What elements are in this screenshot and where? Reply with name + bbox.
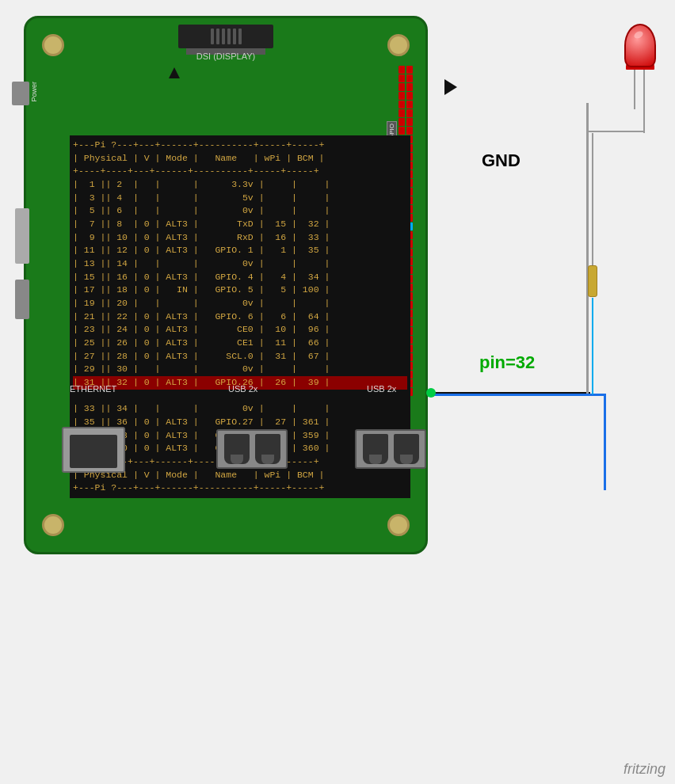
table-row-15: | 29 || 30 | | | 0v | | | — [73, 363, 330, 374]
table-separator: +----+----+---+------+----------+-----+-… — [73, 166, 319, 176]
usb-port-2 — [355, 429, 426, 469]
mount-hole-bl — [42, 514, 64, 536]
power-label: Power — [30, 82, 38, 102]
dsi-notch — [169, 67, 180, 78]
resistor-wire-top — [592, 133, 593, 268]
blue-wire-horizontal — [432, 394, 606, 396]
table-row-4: | 7 || 8 | 0 | ALT3 | TxD | 15 | 32 | — [73, 219, 330, 229]
usb-left2 — [15, 280, 29, 319]
usb-prong-1b — [255, 434, 280, 464]
led-leg-cathode — [634, 70, 635, 109]
table-row-6: | 11 || 12 | 0 | ALT3 | GPIO. 1 | 1 | 35… — [73, 245, 330, 255]
led-leg-anode — [643, 70, 645, 133]
table-row-2: | 3 || 4 | | | 5v | | | — [73, 192, 330, 203]
usb-port-1 — [216, 429, 288, 469]
table-row-10: | 19 || 20 | | | 0v | | | — [73, 298, 330, 308]
power-connector — [12, 82, 29, 105]
ethernet-label: ETHERNET — [70, 384, 116, 394]
ethernet-port-inner — [70, 435, 117, 468]
gnd-wire-vertical — [586, 103, 589, 394]
table-row-3: | 5 || 6 | | | 0v | | | — [73, 205, 330, 215]
pin32-label: pin=32 — [479, 352, 535, 373]
usb-label-2: USB 2x — [367, 384, 396, 394]
table-col-header: | Physical | V | Mode | Name | wPi | BCM… — [73, 153, 324, 163]
dsi-label: DSI (DISPLAY) — [196, 51, 255, 61]
mount-hole-tl — [42, 34, 64, 56]
rpi-board: DSI (DISPLAY) Power — [24, 16, 428, 554]
led-body — [624, 24, 656, 67]
dsi-connector — [178, 25, 273, 48]
led-leg-horizontal — [586, 131, 645, 132]
mount-hole-tr — [387, 34, 410, 56]
connection-dot — [426, 388, 436, 398]
usb-left — [15, 208, 29, 264]
resistor-body — [588, 265, 597, 297]
usb-prong-1a — [224, 434, 250, 464]
table-row-14: | 27 || 28 | 0 | ALT3 | SCL.0 | 31 | 67 … — [73, 351, 330, 361]
table-row-1: | 1 || 2 | | | 3.3v | | | — [73, 179, 330, 189]
gnd-label: GND — [482, 150, 521, 171]
table-row-11: | 21 || 22 | 0 | ALT3 | GPIO. 6 | 6 | 64… — [73, 311, 330, 322]
table-row-18: | 35 || 36 | 0 | ALT3 | GPIO.27 | 27 | 3… — [73, 417, 330, 427]
table-row-5: | 9 || 10 | 0 | ALT3 | RxD | 16 | 33 | — [73, 232, 330, 242]
usb-prong-2a — [363, 434, 388, 464]
play-arrow — [444, 79, 457, 95]
usb-prong-2b — [394, 434, 419, 464]
ethernet-port — [62, 427, 125, 473]
table-header: +---Pi ?---+---+------+----------+-----+… — [73, 139, 324, 150]
resistor-wire-bottom — [592, 298, 593, 394]
fritzing-watermark: fritzing — [624, 761, 665, 778]
mount-hole-br — [387, 514, 410, 536]
table-row-8: | 15 || 16 | 0 | ALT3 | GPIO. 4 | 4 | 34… — [73, 272, 330, 282]
blue-wire-vertical — [604, 394, 606, 490]
usb-label-1: USB 2x — [228, 384, 257, 394]
table-row-13: | 25 || 26 | 0 | ALT3 | CE1 | 11 | 66 | — [73, 337, 330, 348]
table-row-7: | 13 || 14 | | | 0v | | | — [73, 258, 330, 268]
table-footer: +---Pi ?---+---+------+----------+-----+… — [73, 482, 324, 493]
table-row-9: | 17 || 18 | 0 | IN | GPIO. 5 | 5 | 100 … — [73, 284, 330, 295]
table-row-12: | 23 || 24 | 0 | ALT3 | CE0 | 10 | 96 | — [73, 324, 330, 334]
table-row-17: | 33 || 34 | | | 0v | | | — [73, 403, 330, 413]
